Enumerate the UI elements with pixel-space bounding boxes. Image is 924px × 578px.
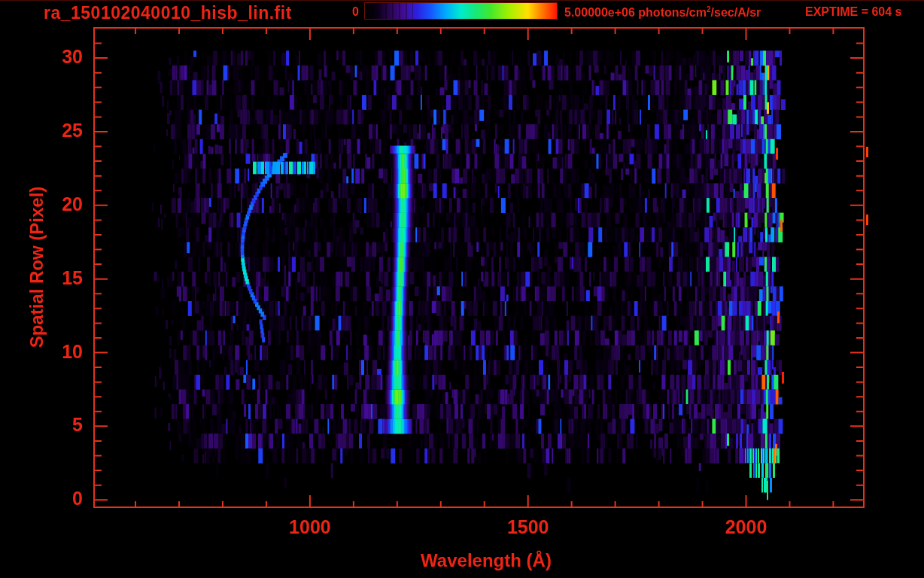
y-tick-label: 15 [29, 267, 83, 289]
x-tick-label: 1500 [483, 516, 573, 538]
colorbar-max-units-prefix: 5.00000e+06 photons/cm [564, 6, 707, 19]
spectrum-heatmap-canvas [0, 0, 924, 578]
colorbar-min-label: 0 [333, 5, 359, 19]
spectral-image-viewer: ra_150102040010_hisb_lin.fit 0 5.00000e+… [0, 0, 924, 578]
x-axis-title: Wavelength (Å) [358, 550, 614, 571]
colorbar-max-units-suffix: /sec/A/sr [711, 6, 761, 19]
y-tick-label: 25 [29, 120, 83, 141]
filename-title: ra_150102040010_hisb_lin.fit [44, 3, 292, 23]
x-tick-label: 2000 [701, 516, 792, 538]
colorbar-gradient [364, 2, 558, 20]
y-tick-label: 0 [29, 488, 83, 510]
colorbar-max-label: 5.00000e+06 photons/cm2/sec/A/sr [564, 5, 761, 20]
y-tick-label: 30 [29, 46, 83, 68]
exptime-label: EXPTIME = 604 s [805, 5, 902, 19]
y-tick-label: 10 [29, 341, 83, 363]
y-tick-label: 5 [29, 414, 83, 436]
y-tick-label: 20 [29, 193, 83, 215]
x-tick-label: 1000 [265, 516, 355, 538]
